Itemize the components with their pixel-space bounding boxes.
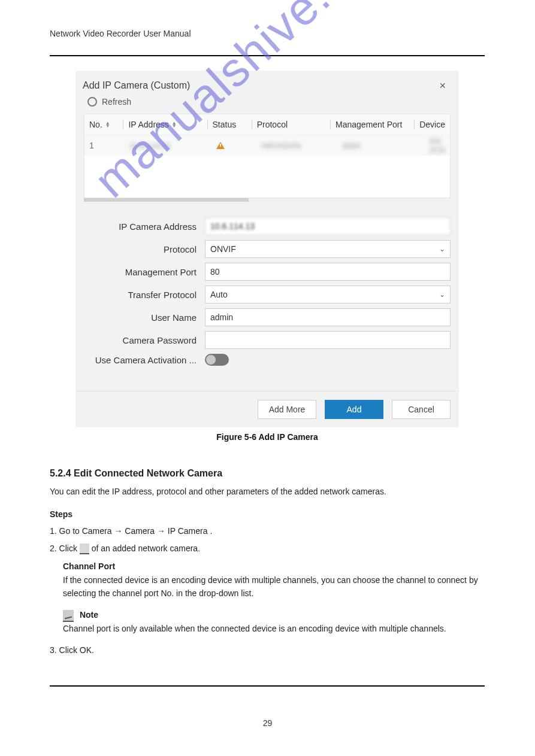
cell-mport: 8000 — [343, 141, 360, 150]
user-name-input[interactable] — [205, 308, 451, 326]
note-block: Note Channel port is only available when… — [63, 608, 485, 635]
camera-form: IP Camera Address Protocol ONVIF ⌄ Manag… — [75, 208, 459, 373]
label-management-port: Management Port — [84, 267, 205, 277]
col-no[interactable]: No. — [89, 120, 102, 129]
transfer-protocol-select[interactable]: Auto ⌄ — [205, 286, 451, 303]
channel-port-text: If the connected device is an encoding d… — [63, 573, 485, 600]
label-transfer-protocol: Transfer Protocol — [84, 290, 205, 300]
col-status[interactable]: Status — [213, 120, 237, 129]
channel-port-label: Channel Port — [63, 560, 485, 573]
chevron-down-icon: ⌄ — [439, 290, 445, 299]
edit-icon — [80, 544, 89, 554]
cell-no: 1 — [89, 141, 94, 150]
cell-protocol: HIKVISION — [261, 141, 301, 150]
label-activation: Use Camera Activation ... — [84, 355, 205, 365]
camera-password-input[interactable] — [205, 331, 451, 349]
warning-icon — [216, 142, 225, 149]
step-1: 1. Go to Camera → Camera → IP Camera . — [50, 524, 485, 538]
section-intro: You can edit the IP address, protocol an… — [50, 485, 485, 498]
steps-title: Steps — [50, 508, 485, 521]
dialog-title: Add IP Camera (Custom) — [83, 80, 190, 91]
table-header: No. ▲▼ IP Address ▲▼ Status Protocol Man… — [84, 114, 450, 135]
cancel-button[interactable]: Cancel — [392, 400, 451, 419]
close-icon[interactable]: × — [439, 80, 446, 91]
chevron-down-icon: ⌄ — [439, 245, 445, 253]
refresh-button[interactable]: Refresh — [75, 97, 459, 114]
sort-icon[interactable]: ▲▼ — [172, 122, 177, 127]
sort-icon[interactable]: ▲▼ — [105, 122, 110, 127]
camera-table: No. ▲▼ IP Address ▲▼ Status Protocol Man… — [84, 114, 451, 198]
ip-address-input[interactable] — [205, 217, 451, 235]
label-ip-address: IP Camera Address — [84, 221, 205, 232]
col-device[interactable]: Device — [419, 120, 445, 129]
protocol-value: ONVIF — [210, 244, 236, 254]
rule-top — [50, 55, 485, 56]
cell-ip: 10.6.114.13 — [129, 141, 171, 150]
label-user-name: User Name — [84, 312, 205, 323]
horizontal-scrollbar[interactable] — [84, 198, 451, 202]
figure-caption: Figure 5-6 Add IP Camera — [50, 432, 485, 442]
label-protocol: Protocol — [84, 244, 205, 254]
section-body: 5.2.4 Edit Connected Network Camera You … — [50, 455, 485, 661]
add-button[interactable]: Add — [325, 400, 383, 419]
note-icon — [63, 610, 74, 622]
dialog-footer: Add More Add Cancel — [75, 391, 459, 427]
step-3: 3. Click OK. — [50, 643, 485, 657]
label-camera-password: Camera Password — [84, 335, 205, 345]
activation-toggle[interactable] — [205, 354, 229, 366]
add-ip-camera-dialog: Add IP Camera (Custom) × Refresh No. ▲▼ … — [75, 71, 459, 427]
col-ip[interactable]: IP Address — [128, 120, 168, 129]
add-more-button[interactable]: Add More — [258, 400, 316, 419]
refresh-icon — [87, 97, 97, 107]
note-text: Channel port is only available when the … — [63, 622, 485, 635]
section-heading: 5.2.4 Edit Connected Network Camera — [50, 466, 485, 481]
rule-bottom — [50, 685, 485, 687]
page-number: 29 — [0, 718, 535, 728]
transfer-protocol-value: Auto — [210, 290, 228, 299]
table-row[interactable]: 1 10.6.114.13 HIKVISION 8000 DS-2CD — [84, 135, 450, 156]
page-header: Network Video Recorder User Manual — [50, 29, 191, 38]
protocol-select[interactable]: ONVIF ⌄ — [205, 240, 451, 258]
col-mport[interactable]: Management Port — [335, 120, 402, 129]
management-port-input[interactable] — [205, 263, 451, 281]
col-protocol[interactable]: Protocol — [257, 120, 288, 129]
note-title: Note — [80, 610, 98, 620]
cell-device: DS-2CD — [430, 136, 445, 154]
refresh-label: Refresh — [102, 97, 131, 107]
step-2: 2. Click of an added network camera. — [50, 542, 485, 555]
